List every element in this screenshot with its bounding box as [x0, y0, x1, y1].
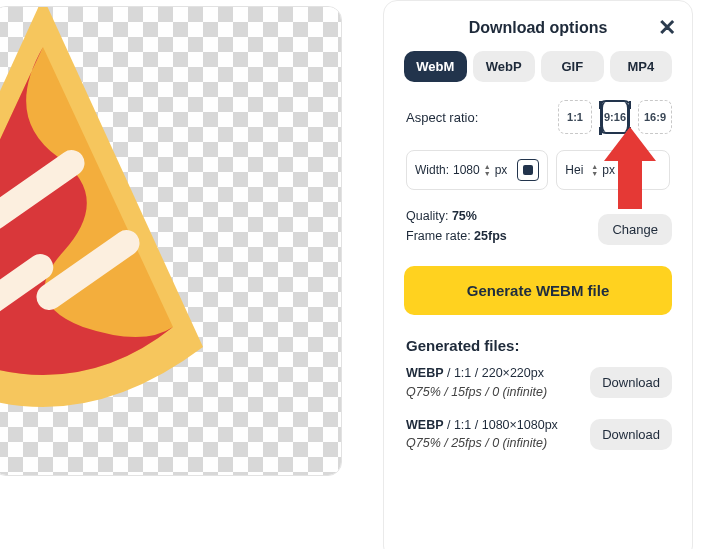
height-stepper-icon[interactable]: ▲▼ [591, 163, 598, 177]
file-meta-detail: Q75% / 25fps / 0 (infinite) [406, 434, 590, 453]
generated-file-row: WEBP / 1:1 / 220×220px Q75% / 15fps / 0 … [404, 364, 672, 402]
aspect-ratio-group: 1:1 9:16 16:9 [558, 100, 672, 134]
transparent-canvas [0, 6, 342, 476]
download-panel: ✕ Download options WebM WebP GIF MP4 Asp… [383, 0, 693, 549]
generated-file-row: WEBP / 1:1 / 1080×1080px Q75% / 25fps / … [404, 416, 672, 454]
height-input[interactable]: Hei ▲▼ px [556, 150, 670, 190]
format-gif[interactable]: GIF [541, 51, 604, 82]
ratio-9-16[interactable]: 9:16 [598, 100, 632, 134]
ratio-16-9[interactable]: 16:9 [638, 100, 672, 134]
pizza-illustration [0, 6, 233, 417]
generate-button[interactable]: Generate WEBM file [404, 266, 672, 315]
generated-heading: Generated files: [406, 337, 672, 354]
format-tabs: WebM WebP GIF MP4 [404, 51, 672, 82]
format-webm[interactable]: WebM [404, 51, 467, 82]
change-button[interactable]: Change [598, 214, 672, 245]
lock-aspect-icon[interactable] [517, 159, 539, 181]
format-mp4[interactable]: MP4 [610, 51, 673, 82]
file-meta-detail: Q75% / 15fps / 0 (infinite) [406, 383, 590, 402]
px-unit: px [495, 163, 508, 177]
width-input[interactable]: Width: 1080 ▲▼ px [406, 150, 548, 190]
panel-title: Download options [404, 19, 672, 37]
width-value: 1080 [453, 163, 480, 177]
close-icon[interactable]: ✕ [658, 17, 676, 39]
width-label: Width: [415, 163, 449, 177]
width-stepper-icon[interactable]: ▲▼ [484, 163, 491, 177]
download-button[interactable]: Download [590, 367, 672, 398]
download-button[interactable]: Download [590, 419, 672, 450]
format-webp[interactable]: WebP [473, 51, 536, 82]
ratio-1-1[interactable]: 1:1 [558, 100, 592, 134]
height-label: Hei [565, 163, 583, 177]
preview-pane [0, 0, 365, 549]
aspect-label: Aspect ratio: [404, 110, 558, 125]
file-meta-top: WEBP / 1:1 / 220×220px [406, 364, 590, 383]
file-meta-top: WEBP / 1:1 / 1080×1080px [406, 416, 590, 435]
px-unit: px [602, 163, 615, 177]
